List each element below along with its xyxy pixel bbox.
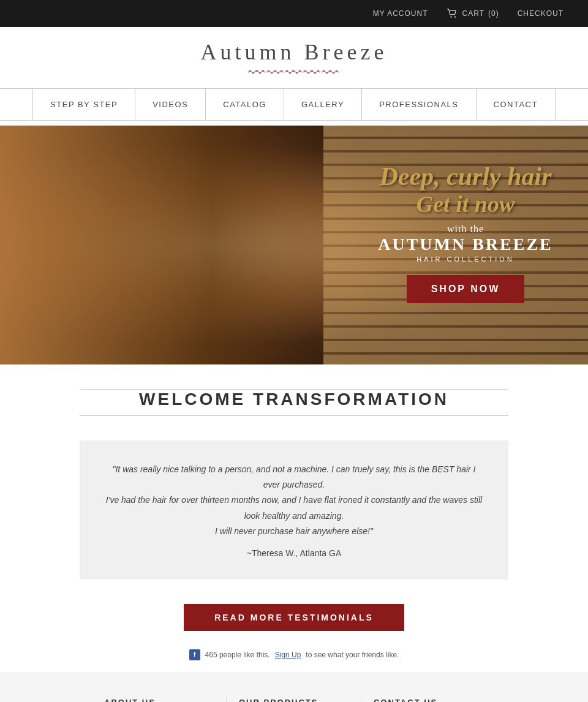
- hero-woman-silhouette: [0, 126, 353, 364]
- hero-line2: Get it now: [368, 191, 564, 217]
- hero-line4: AUTUMN BREEZE: [368, 235, 564, 254]
- nav-item-professionals[interactable]: PROFESSIONALS: [362, 89, 476, 120]
- checkout-label: CHECKOUT: [518, 9, 564, 18]
- testimonial-quote: "It was really nice talking to a person,…: [104, 462, 484, 539]
- cart-label: CART: [462, 9, 484, 18]
- my-account-label: MY ACCOUNT: [373, 9, 428, 18]
- nav-item-step-by-step[interactable]: STEP BY STEP: [32, 89, 135, 120]
- cart-count: (0): [488, 9, 499, 18]
- welcome-title: WELCOME TRANSFORMATION: [12, 390, 576, 409]
- header: Autumn Breeze 〰〰〰〰〰: [0, 27, 588, 88]
- testimonial-author: ~Theresa W., Atlanta GA: [104, 548, 484, 558]
- read-more-button[interactable]: READ MORE TESTIMONIALS: [184, 604, 404, 631]
- shop-now-button[interactable]: SHOP NOW: [407, 275, 525, 303]
- hero-text-overlay: Deep, curly hair Get it now with the AUT…: [368, 162, 564, 303]
- footer-about-col: ABOUT US Our Journey Step by Step Videos…: [92, 698, 227, 702]
- nav-item-contact[interactable]: CONTACT: [477, 89, 556, 120]
- nav-item-gallery[interactable]: GALLERY: [284, 89, 362, 120]
- welcome-section: WELCOME TRANSFORMATION: [0, 364, 588, 428]
- hero-line3: with the: [368, 224, 564, 235]
- top-bar: MY ACCOUNT CART (0) CHECKOUT: [0, 0, 588, 27]
- svg-point-0: [450, 16, 451, 17]
- nav-item-catalog[interactable]: CATALOG: [206, 89, 284, 120]
- hero-line5: HAIR COLLECTION: [368, 255, 564, 263]
- fb-signup-link[interactable]: Sign Up: [275, 651, 301, 659]
- footer-products-col: OUR PRODUCTS Sew-Ins Strands Clip Ins Ta…: [227, 698, 361, 702]
- hero-line1: Deep, curly hair: [368, 162, 564, 191]
- testimonial-box: "It was really nice talking to a person,…: [80, 440, 508, 579]
- footer: ABOUT US Our Journey Step by Step Videos…: [0, 673, 588, 702]
- fb-like-count: 465 people like this.: [205, 651, 270, 659]
- fb-like-section: f 465 people like this. Sign Up to see w…: [0, 643, 588, 673]
- checkout-link[interactable]: CHECKOUT: [518, 9, 564, 18]
- cart-icon: [447, 9, 459, 18]
- logo-decoration: 〰〰〰〰〰: [201, 65, 388, 82]
- logo: Autumn Breeze 〰〰〰〰〰: [201, 39, 388, 82]
- read-more-section: READ MORE TESTIMONIALS: [0, 592, 588, 643]
- divider-bottom: [80, 415, 508, 416]
- footer-products-heading: OUR PRODUCTS: [239, 698, 349, 702]
- footer-contact-col: CONTACT US Customer Service Become a Mem…: [361, 698, 496, 702]
- fb-like-suffix: to see what your friends like.: [306, 651, 399, 659]
- nav-item-videos[interactable]: VIDEOS: [135, 89, 206, 120]
- svg-point-1: [454, 16, 455, 17]
- fb-thumb-icon: f: [189, 649, 200, 660]
- hero-banner: Deep, curly hair Get it now with the AUT…: [0, 126, 588, 364]
- footer-contact-heading: CONTACT US: [374, 698, 484, 702]
- logo-title: Autumn Breeze: [201, 39, 388, 65]
- my-account-link[interactable]: MY ACCOUNT: [373, 9, 428, 18]
- main-nav: STEP BY STEP VIDEOS CATALOG GALLERY PROF…: [0, 88, 588, 121]
- footer-about-heading: ABOUT US: [104, 698, 214, 702]
- cart-link[interactable]: CART (0): [447, 9, 499, 18]
